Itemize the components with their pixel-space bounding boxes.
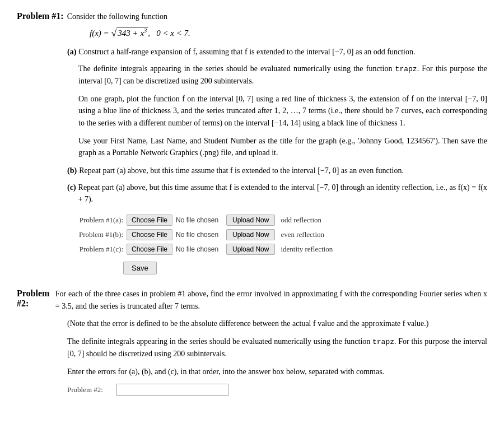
problem1-block: Problem #1: Consider the following funct… — [17, 11, 487, 274]
upload-label-b: Problem #1(b): — [67, 230, 123, 239]
no-file-b-text: No file chosen — [176, 231, 218, 239]
part-a-p3: Use your First Name, Last Name, and Stud… — [78, 135, 487, 159]
problem1-intro: Consider the following function — [67, 12, 167, 21]
upload-row-c: Problem #1(c): Choose File No file chose… — [67, 244, 487, 255]
part-c-label: (c) — [67, 181, 76, 194]
upload-now-a-button[interactable]: Upload Now — [226, 215, 275, 226]
problem1-formula: f(x) = √343 + x3, 0 < x < 7. — [90, 27, 487, 38]
problem1-title: Problem #1: — [17, 11, 64, 21]
part-c-text: Repeat part (a) above, but this time ass… — [78, 181, 487, 206]
problem2-answer-label: Problem #2: — [67, 385, 112, 394]
upload-label-c: Problem #1(c): — [67, 245, 123, 254]
problem1-part-c: (c) Repeat part (a) above, but this time… — [67, 181, 487, 206]
problem1-header: Problem #1: Consider the following funct… — [17, 11, 487, 21]
part-a-text: Construct a half-range expansion of f, a… — [78, 46, 415, 58]
problem2-p4: Enter the errors for (a), (b), and (c), … — [67, 366, 487, 378]
upload-section: Problem #1(a): Choose File No file chose… — [67, 215, 487, 274]
save-button[interactable]: Save — [123, 262, 157, 274]
upload-now-b-button[interactable]: Upload Now — [226, 229, 275, 240]
problem2-block: Problem #2: For each of the three cases … — [17, 288, 487, 396]
reflection-c-label: identity reflection — [281, 245, 333, 254]
upload-row-b: Problem #1(b): Choose File No file chose… — [67, 229, 487, 240]
part-b-text: Repeat part (a) above, but this time ass… — [79, 165, 404, 177]
problem1-content: f(x) = √343 + x3, 0 < x < 7. (a) Constru… — [67, 27, 487, 274]
problem2-title: Problem #2: — [17, 288, 52, 309]
problem1-part-b: (b) Repeat part (a) above, but this time… — [67, 165, 487, 177]
no-file-a-text: No file chosen — [176, 216, 218, 224]
problem1-parts: (a) Construct a half-range expansion of … — [67, 46, 487, 206]
reflection-b-label: even reflection — [281, 230, 324, 239]
upload-row-a: Problem #1(a): Choose File No file chose… — [67, 215, 487, 226]
upload-now-c-button[interactable]: Upload Now — [226, 244, 275, 255]
problem2-p2: (Note that the error is defined to be th… — [67, 318, 487, 330]
save-row: Save — [67, 258, 487, 274]
choose-file-b-button[interactable]: Choose File — [127, 229, 172, 240]
problem2-p1: For each of the three cases in problem #… — [55, 288, 487, 312]
part-b-label: (b) — [67, 165, 77, 177]
answer-row: Problem #2: — [67, 384, 487, 396]
part-a-p2: On one graph, plot the function f on the… — [78, 93, 487, 129]
upload-label-a: Problem #1(a): — [67, 216, 123, 225]
problem2-header: Problem #2: For each of the three cases … — [17, 288, 487, 312]
part-a-label: (a) — [67, 46, 76, 58]
no-file-c-text: No file chosen — [176, 245, 218, 253]
problem2-answer-input[interactable] — [116, 384, 228, 396]
problem2-content: (Note that the error is defined to be th… — [67, 318, 487, 395]
problem2-p3: The definite integrals appearing in the … — [67, 336, 487, 360]
reflection-a-label: odd reflection — [281, 216, 321, 225]
choose-file-a-button[interactable]: Choose File — [127, 215, 172, 226]
choose-file-c-button[interactable]: Choose File — [127, 244, 172, 255]
part-a-p1: The definite integrals appearing in the … — [78, 63, 487, 87]
problem1-part-a: (a) Construct a half-range expansion of … — [67, 46, 487, 58]
